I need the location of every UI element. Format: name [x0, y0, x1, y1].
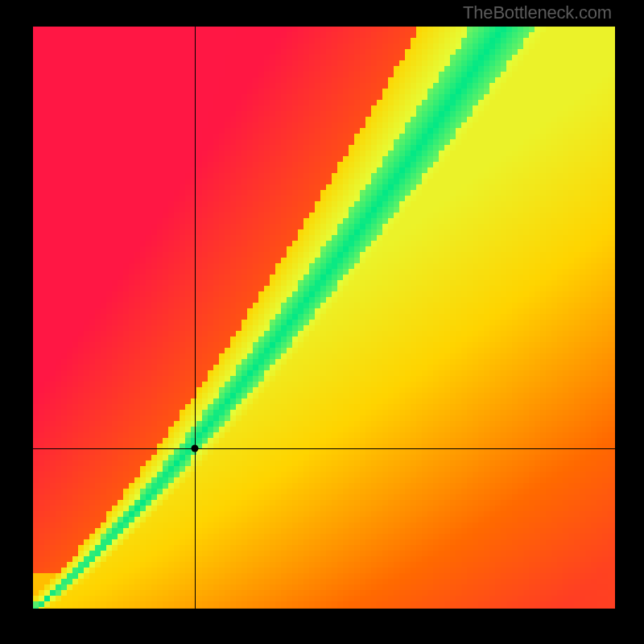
crosshair-marker-dot — [191, 445, 198, 452]
watermark-text: TheBottleneck.com — [463, 2, 612, 23]
plot-frame — [31, 25, 617, 610]
heatmap-canvas — [33, 27, 615, 609]
crosshair-vertical — [195, 27, 196, 609]
crosshair-horizontal — [33, 448, 615, 449]
plot-area — [33, 27, 615, 609]
